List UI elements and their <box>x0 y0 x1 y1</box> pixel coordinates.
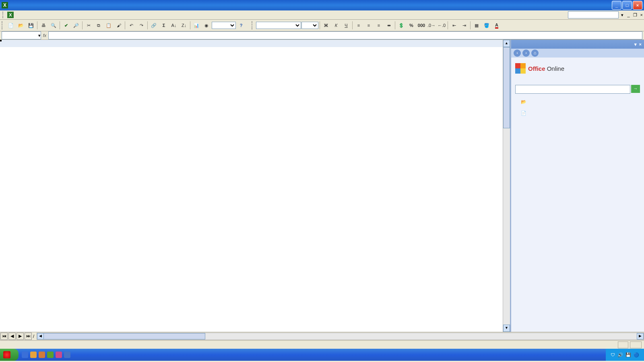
align-center-button[interactable]: ≡ <box>364 21 374 30</box>
redo-button[interactable]: ↷ <box>136 21 146 30</box>
quick-launch-icon[interactable] <box>56 352 62 358</box>
excel-app-icon: X <box>2 2 8 8</box>
font-color-button[interactable]: A <box>492 21 502 30</box>
scroll-thumb[interactable] <box>43 333 205 339</box>
standard-toolbar: 📄 📂 💾 🖶 🔍 ✔ 🔎 ✂ ⧉ 📋 🖌 ↶ ↷ 🔗 Σ A↓ Z↓ 📊 ◉ … <box>0 20 644 31</box>
taskpane-more-link[interactable] <box>515 78 640 81</box>
currency-button[interactable]: 💲 <box>396 21 406 30</box>
save-button[interactable]: 💾 <box>26 21 36 30</box>
borders-button[interactable]: ▦ <box>472 21 481 30</box>
doc-restore-button[interactable]: ❐ <box>632 12 638 18</box>
zoom-select[interactable] <box>212 22 236 29</box>
new-button[interactable]: 📄 <box>6 21 16 30</box>
vertical-scrollbar[interactable]: ▲ ▼ <box>503 40 510 332</box>
tab-last-button[interactable]: ⏭ <box>25 333 32 340</box>
spreadsheet-area[interactable] <box>0 40 503 332</box>
window-minimize-button[interactable]: _ <box>612 1 621 10</box>
ask-question-input[interactable] <box>568 11 619 19</box>
align-right-button[interactable]: ≡ <box>374 21 384 30</box>
open-button[interactable]: 📂 <box>16 21 26 30</box>
status-blank <box>630 341 642 348</box>
research-button[interactable]: 🔎 <box>71 21 81 30</box>
taskpane-search-go-button[interactable]: → <box>631 85 640 93</box>
spellcheck-button[interactable]: ✔ <box>61 21 71 30</box>
scroll-up-button[interactable]: ▲ <box>503 40 510 47</box>
fx-icon[interactable]: fx <box>41 33 48 38</box>
underline-button[interactable]: Ч <box>341 21 351 30</box>
font-size-select[interactable] <box>301 22 318 29</box>
drawing-button[interactable]: ◉ <box>202 21 211 30</box>
formula-bar: ▾ fx <box>0 31 644 40</box>
menu-dropdown-icon[interactable]: ▾ <box>619 12 625 18</box>
copy-button[interactable]: ⧉ <box>94 21 103 30</box>
toolbar-grip-icon[interactable] <box>252 21 255 29</box>
status-num <box>618 341 628 348</box>
sort-desc-button[interactable]: Z↓ <box>179 21 189 30</box>
print-button[interactable]: 🖶 <box>39 21 48 30</box>
tray-icon[interactable]: 💾 <box>625 352 631 358</box>
taskpane-home-button[interactable]: ⌂ <box>531 49 539 57</box>
task-pane: ▾ × ‹ › ⌂ Office Online → 📂 📄 <box>510 40 644 332</box>
font-name-select[interactable] <box>256 22 301 29</box>
system-tray: 🛡 🔊 💾 🔵 <box>606 349 644 361</box>
percent-button[interactable]: % <box>407 21 416 30</box>
name-box[interactable]: ▾ <box>2 31 41 39</box>
tab-first-button[interactable]: ⏮ <box>0 333 8 340</box>
quick-launch <box>19 352 74 358</box>
window-titlebar: X _ □ × <box>0 0 644 10</box>
quick-launch-icon[interactable] <box>47 352 54 358</box>
decrease-decimal-button[interactable]: ←.0 <box>437 21 446 30</box>
bold-button[interactable]: Ж <box>321 21 331 30</box>
align-left-button[interactable]: ≡ <box>354 21 363 30</box>
taskpane-search-input[interactable] <box>515 85 630 94</box>
format-painter-button[interactable]: 🖌 <box>114 21 124 30</box>
taskpane-forward-button[interactable]: › <box>522 49 530 57</box>
start-button[interactable] <box>0 349 19 361</box>
open-more-link[interactable]: 📂 <box>515 98 640 106</box>
window-close-button[interactable]: × <box>633 1 642 10</box>
autosum-button[interactable]: Σ <box>159 21 169 30</box>
comma-button[interactable]: 000 <box>417 21 426 30</box>
chart-button[interactable]: 📊 <box>192 21 201 30</box>
quick-launch-icon[interactable] <box>30 352 37 358</box>
toolbar-grip-icon[interactable] <box>2 12 6 18</box>
hyperlink-button[interactable]: 🔗 <box>149 21 159 30</box>
print-preview-button[interactable]: 🔍 <box>49 21 58 30</box>
window-maximize-button[interactable]: □ <box>622 1 632 10</box>
formula-input[interactable] <box>48 31 642 39</box>
tray-icon[interactable]: 🔵 <box>634 352 639 358</box>
help-button[interactable]: ? <box>236 21 246 30</box>
scroll-down-button[interactable]: ▼ <box>503 325 510 332</box>
undo-button[interactable]: ↶ <box>126 21 136 30</box>
sort-asc-button[interactable]: A↓ <box>169 21 179 30</box>
taskpane-back-button[interactable]: ‹ <box>514 49 521 57</box>
create-workbook-link[interactable]: 📄 <box>515 109 640 117</box>
fill-color-button[interactable]: 🪣 <box>482 21 491 30</box>
cut-button[interactable]: ✂ <box>84 21 93 30</box>
office-online-logo: Office Online <box>515 63 640 74</box>
taskpane-dropdown-icon[interactable]: ▾ <box>634 42 637 47</box>
toolbar-grip-icon[interactable] <box>2 21 5 29</box>
increase-decimal-button[interactable]: .0→ <box>427 21 436 30</box>
merge-center-button[interactable]: ⬌ <box>384 21 394 30</box>
scroll-left-button[interactable]: ◀ <box>37 333 44 339</box>
horizontal-scrollbar[interactable]: ◀ ▶ <box>37 333 644 340</box>
tray-icon[interactable]: 🛡 <box>611 352 615 357</box>
quick-launch-icon[interactable] <box>22 352 28 358</box>
quick-launch-icon[interactable] <box>39 352 45 358</box>
windows-taskbar: 🛡 🔊 💾 🔵 <box>0 349 644 361</box>
scroll-thumb[interactable] <box>503 47 510 128</box>
decrease-indent-button[interactable]: ⇤ <box>449 21 459 30</box>
increase-indent-button[interactable]: ⇥ <box>459 21 469 30</box>
tab-prev-button[interactable]: ◀ <box>8 333 16 340</box>
tray-icon[interactable]: 🔊 <box>617 352 623 358</box>
scroll-right-button[interactable]: ▶ <box>637 333 644 339</box>
quick-launch-icon[interactable] <box>64 352 70 358</box>
italic-button[interactable]: К <box>331 21 341 30</box>
doc-minimize-button[interactable]: _ <box>626 12 631 17</box>
tab-next-button[interactable]: ▶ <box>17 333 24 340</box>
taskpane-close-button[interactable]: × <box>639 42 642 47</box>
menu-bar: X ▾ _ ❐ × <box>0 10 644 20</box>
doc-close-button[interactable]: × <box>639 12 644 17</box>
paste-button[interactable]: 📋 <box>104 21 114 30</box>
